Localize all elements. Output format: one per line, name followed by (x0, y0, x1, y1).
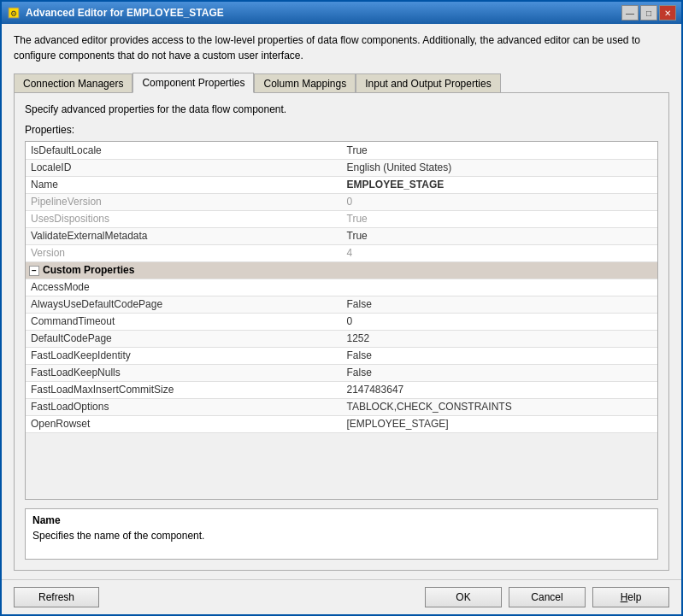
table-row[interactable]: OpenRowset[EMPLOYEE_STAGE] (26, 415, 657, 432)
property-value-cell[interactable]: English (United States) (342, 159, 658, 176)
property-name-cell: OpenRowset (26, 415, 342, 432)
property-name-cell: FastLoadKeepNulls (26, 364, 342, 381)
tab-input-output-properties[interactable]: Input and Output Properties (356, 73, 500, 93)
ok-button[interactable]: OK (425, 587, 502, 607)
property-name-cell: AccessMode (26, 279, 342, 296)
table-row[interactable]: LocaleIDEnglish (United States) (26, 159, 657, 176)
property-name-cell: AlwaysUseDefaultCodePage (26, 296, 342, 313)
property-name-cell: PipelineVersion (26, 193, 342, 210)
table-row[interactable]: CommandTimeout0 (26, 313, 657, 330)
window-controls: — □ ✕ (621, 5, 676, 21)
table-row[interactable]: FastLoadOptionsTABLOCK,CHECK_CONSTRAINTS (26, 398, 657, 415)
properties-scroll-area[interactable]: IsDefaultLocaleTrueLocaleIDEnglish (Unit… (26, 142, 657, 499)
tab-panel: Specify advanced properties for the data… (14, 92, 669, 571)
collapse-icon[interactable]: − (29, 266, 39, 276)
table-row[interactable]: FastLoadMaxInsertCommitSize2147483647 (26, 381, 657, 398)
footer: Refresh OK Cancel Help (2, 579, 681, 614)
properties-label: Properties: (25, 124, 658, 136)
tab-connection-managers[interactable]: Connection Managers (14, 73, 132, 93)
property-value-cell[interactable]: 1252 (342, 330, 658, 347)
help-button[interactable]: Help (592, 587, 669, 607)
table-row[interactable]: FastLoadKeepNullsFalse (26, 364, 657, 381)
table-row[interactable]: NameEMPLOYEE_STAGE (26, 176, 657, 193)
refresh-button[interactable]: Refresh (14, 587, 99, 607)
property-name-cell: ValidateExternalMetadata (26, 227, 342, 244)
property-name-cell: Version (26, 244, 342, 261)
property-name-cell: Name (26, 176, 342, 193)
property-value-cell[interactable]: False (342, 296, 658, 313)
property-value-cell[interactable] (342, 279, 658, 296)
tabs-container: Connection Managers Component Properties… (14, 72, 669, 92)
property-name-cell: IsDefaultLocale (26, 142, 342, 159)
properties-table: IsDefaultLocaleTrueLocaleIDEnglish (Unit… (26, 142, 657, 433)
window-title: Advanced Editor for EMPLOYEE_STAGE (26, 7, 621, 19)
property-value-cell[interactable]: EMPLOYEE_STAGE (342, 176, 658, 193)
property-value-cell[interactable]: [EMPLOYEE_STAGE] (342, 415, 658, 432)
property-value-cell[interactable]: 0 (342, 193, 658, 210)
table-row[interactable]: AlwaysUseDefaultCodePageFalse (26, 296, 657, 313)
footer-right: OK Cancel Help (425, 587, 669, 607)
property-value-cell[interactable]: False (342, 347, 658, 364)
property-value-cell[interactable]: True (342, 227, 658, 244)
table-row[interactable]: AccessMode (26, 279, 657, 296)
property-value-cell[interactable]: False (342, 364, 658, 381)
table-row[interactable]: PipelineVersion0 (26, 193, 657, 210)
property-value-cell[interactable]: 0 (342, 313, 658, 330)
property-value-cell[interactable]: True (342, 210, 658, 227)
property-value-cell[interactable]: 2147483647 (342, 381, 658, 398)
footer-left: Refresh (14, 587, 425, 607)
table-row[interactable]: FastLoadKeepIdentityFalse (26, 347, 657, 364)
table-row[interactable]: DefaultCodePage1252 (26, 330, 657, 347)
content-area: The advanced editor provides access to t… (2, 24, 681, 579)
table-row[interactable]: ValidateExternalMetadataTrue (26, 227, 657, 244)
properties-table-wrapper: IsDefaultLocaleTrueLocaleIDEnglish (Unit… (25, 141, 658, 500)
description-text: The advanced editor provides access to t… (14, 32, 669, 63)
svg-text:⚙: ⚙ (10, 9, 17, 18)
property-name-cell: UsesDispositions (26, 210, 342, 227)
restore-button[interactable]: □ (640, 5, 657, 21)
property-value-cell[interactable]: 4 (342, 244, 658, 261)
tab-column-mappings[interactable]: Column Mappings (254, 73, 356, 93)
info-box: Name Specifies the name of the component… (25, 508, 658, 560)
cancel-button[interactable]: Cancel (509, 587, 586, 607)
property-name-cell: DefaultCodePage (26, 330, 342, 347)
info-box-title: Name (32, 514, 651, 526)
section-header-cell: −Custom Properties (26, 261, 657, 279)
property-name-cell: FastLoadOptions (26, 398, 342, 415)
property-value-cell[interactable]: TABLOCK,CHECK_CONSTRAINTS (342, 398, 658, 415)
property-name-cell: LocaleID (26, 159, 342, 176)
minimize-button[interactable]: — (621, 5, 639, 21)
table-row[interactable]: UsesDispositionsTrue (26, 210, 657, 227)
close-button[interactable]: ✕ (659, 5, 676, 21)
panel-description: Specify advanced properties for the data… (25, 103, 658, 115)
table-row[interactable]: Version4 (26, 244, 657, 261)
property-name-cell: FastLoadMaxInsertCommitSize (26, 381, 342, 398)
tab-component-properties[interactable]: Component Properties (132, 73, 254, 93)
property-name-cell: CommandTimeout (26, 313, 342, 330)
table-row[interactable]: IsDefaultLocaleTrue (26, 142, 657, 159)
info-box-text: Specifies the name of the component. (32, 530, 651, 542)
table-row[interactable]: −Custom Properties (26, 261, 657, 279)
property-name-cell: FastLoadKeepIdentity (26, 347, 342, 364)
title-bar: ⚙ Advanced Editor for EMPLOYEE_STAGE — □… (2, 2, 681, 24)
property-value-cell[interactable]: True (342, 142, 658, 159)
main-window: ⚙ Advanced Editor for EMPLOYEE_STAGE — □… (0, 0, 683, 616)
window-icon: ⚙ (7, 6, 21, 20)
